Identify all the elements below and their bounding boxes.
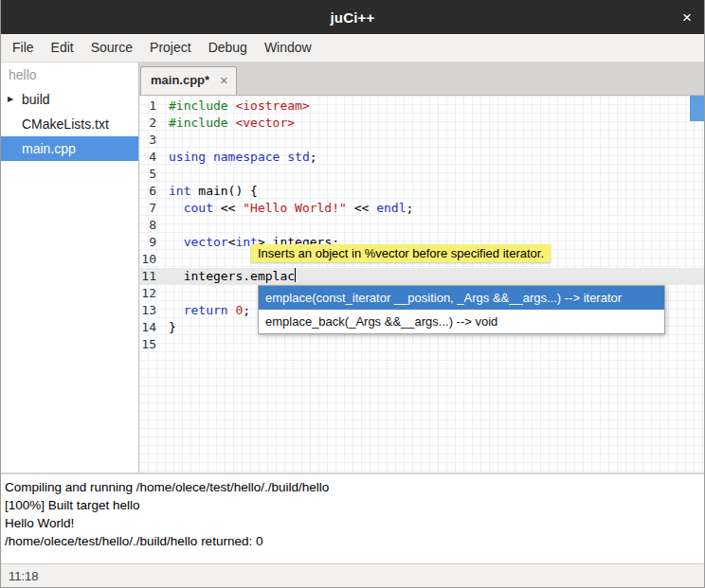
terminal-line: /home/olece/test/hello/./build/hello ret… — [5, 532, 700, 550]
line-number: 1 — [139, 98, 162, 115]
line-number: 12 — [139, 285, 162, 302]
code-line-5[interactable]: 5 — [139, 166, 704, 183]
menu-source[interactable]: Source — [82, 34, 141, 62]
line-number: 9 — [139, 234, 162, 251]
tab-close-icon[interactable]: × — [220, 74, 227, 87]
code-text: #include <vector> — [162, 115, 704, 132]
file-tree-sidebar: hello ▶buildCMakeLists.txtmain.cpp — [1, 62, 139, 472]
close-icon[interactable]: × — [682, 9, 692, 26]
code-text — [162, 166, 704, 183]
code-line-3[interactable]: 3 — [139, 132, 704, 149]
tab-main-cpp[interactable]: main.cpp* × — [140, 66, 237, 95]
terminal-output: Compiling and running /home/olece/test/h… — [1, 472, 704, 563]
editor-column: main.cpp* × 1#include <iostream>2#includ… — [139, 62, 704, 472]
tab-bar: main.cpp* × — [139, 62, 704, 96]
tree-item-label: build — [22, 92, 50, 107]
menu-file[interactable]: File — [4, 34, 43, 62]
autocomplete-popup: emplace(const_iterator __position, _Args… — [258, 285, 665, 334]
code-text: int main() { — [162, 183, 704, 200]
tree-item-main-cpp[interactable]: main.cpp — [1, 136, 138, 161]
line-number: 6 — [139, 183, 162, 200]
menu-project[interactable]: Project — [141, 34, 200, 62]
tree-item-build[interactable]: ▶build — [1, 87, 138, 112]
menu-edit[interactable]: Edit — [43, 34, 82, 62]
project-name[interactable]: hello — [1, 62, 138, 87]
file-tree: ▶buildCMakeLists.txtmain.cpp — [1, 87, 138, 161]
menu-debug[interactable]: Debug — [200, 34, 256, 62]
line-number: 11 — [139, 268, 162, 285]
code-editor[interactable]: 1#include <iostream>2#include <vector>34… — [139, 96, 704, 472]
tab-label: main.cpp* — [151, 73, 209, 87]
code-line-15[interactable]: 15 — [139, 336, 704, 353]
line-number: 2 — [139, 115, 162, 132]
code-text — [162, 217, 704, 234]
code-text: using namespace std; — [162, 149, 704, 166]
scrollbar-thumb[interactable] — [690, 96, 704, 121]
line-number: 8 — [139, 217, 162, 234]
autocomplete-item[interactable]: emplace_back(_Args &&__args...) --> void — [259, 310, 664, 333]
doc-tooltip: Inserts an object in %vector before spec… — [251, 244, 551, 262]
titlebar: juCi++ × — [1, 0, 704, 34]
line-number: 10 — [139, 251, 162, 268]
terminal-line: [100%] Built target hello — [5, 496, 700, 514]
terminal-line: Compiling and running /home/olece/test/h… — [5, 478, 700, 496]
terminal-line: Hello World! — [5, 514, 700, 532]
app-window: juCi++ × FileEditSourceProjectDebugWindo… — [0, 0, 705, 588]
code-text — [162, 132, 704, 149]
code-line-2[interactable]: 2#include <vector> — [139, 115, 704, 132]
code-text: integers.emplac — [162, 268, 704, 285]
text-cursor — [295, 268, 296, 282]
tree-item-label: CMakeLists.txt — [22, 116, 109, 132]
tree-item-label: main.cpp — [22, 141, 76, 156]
window-title: juCi++ — [330, 9, 374, 26]
line-number: 3 — [139, 132, 162, 149]
line-number: 5 — [139, 166, 162, 183]
code-line-1[interactable]: 1#include <iostream> — [139, 98, 704, 115]
line-number: 15 — [139, 336, 162, 353]
line-number: 14 — [139, 319, 162, 336]
line-number: 13 — [139, 302, 162, 319]
autocomplete-item[interactable]: emplace(const_iterator __position, _Args… — [259, 286, 664, 310]
code-line-6[interactable]: 6int main() { — [139, 183, 704, 200]
code-text: #include <iostream> — [162, 98, 704, 115]
line-number: 7 — [139, 200, 162, 217]
clock: 11:18 — [9, 569, 39, 583]
main-area: hello ▶buildCMakeLists.txtmain.cpp main.… — [1, 62, 704, 472]
menu-window[interactable]: Window — [256, 34, 320, 62]
code-line-7[interactable]: 7 cout << "Hello World!" << endl; — [139, 200, 704, 217]
status-bar: 11:18 — [1, 563, 704, 588]
code-text: cout << "Hello World!" << endl; — [162, 200, 704, 217]
code-line-4[interactable]: 4using namespace std; — [139, 149, 704, 166]
menubar: FileEditSourceProjectDebugWindow — [1, 34, 704, 62]
tree-item-cmakelists-txt[interactable]: CMakeLists.txt — [1, 112, 138, 136]
code-text — [162, 336, 704, 353]
code-line-8[interactable]: 8 — [139, 217, 704, 234]
expander-icon[interactable]: ▶ — [8, 87, 13, 112]
line-number: 4 — [139, 149, 162, 166]
code-line-11[interactable]: 11 integers.emplac — [139, 268, 704, 285]
